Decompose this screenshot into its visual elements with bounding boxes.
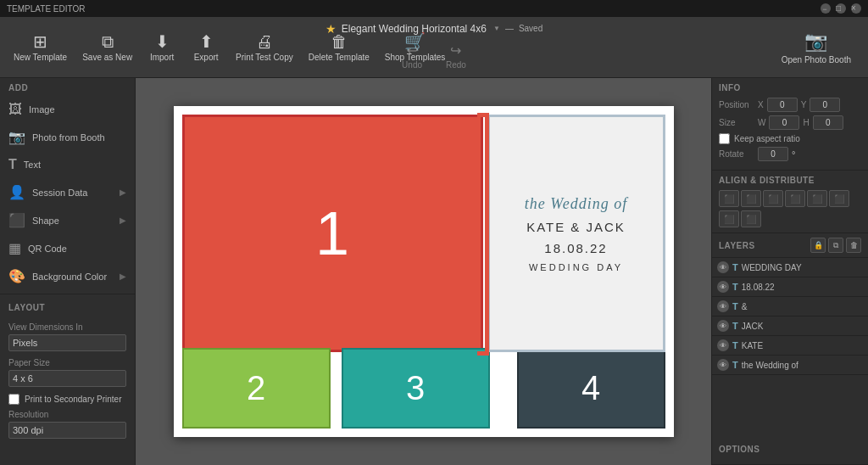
canvas-cell-2[interactable]: 2 xyxy=(182,348,331,429)
undo-redo-group: ↩ Undo ↪ Redo xyxy=(397,39,471,73)
cell-4-number: 4 xyxy=(581,369,600,407)
layer-jack[interactable]: 👁 T JACK xyxy=(712,317,868,336)
new-template-label: New Template xyxy=(14,53,67,62)
align-right-button[interactable]: ⬛ xyxy=(763,190,783,207)
left-panel: ADD 🖼 Image 📷 Photo from Booth T Text 👤 … xyxy=(0,78,136,465)
maximize-btn[interactable]: □ xyxy=(836,3,846,14)
x-input[interactable] xyxy=(767,98,798,112)
open-photo-booth-button[interactable]: 📷 Open Photo Booth xyxy=(771,25,861,70)
align-top-button[interactable]: ⬛ xyxy=(785,190,805,207)
undo-button[interactable]: ↩ Undo xyxy=(397,39,427,73)
canvas-cell-1[interactable]: 1 xyxy=(182,115,483,352)
rotate-input[interactable] xyxy=(758,147,788,161)
sidebar-item-image[interactable]: 🖼 Image xyxy=(0,96,135,123)
print-secondary-checkbox[interactable] xyxy=(8,394,19,405)
toolbar-center: ★ Elegant Wedding Horizontal 4x6 ▼ — Sav… xyxy=(326,22,543,73)
shape-label: Shape xyxy=(32,216,59,226)
new-template-icon: ⊞ xyxy=(33,33,47,50)
align-bottom-button[interactable]: ⬛ xyxy=(829,190,849,207)
close-btn[interactable]: × xyxy=(851,3,861,14)
image-label: Image xyxy=(29,104,55,115)
distribute-v-button[interactable]: ⬛ xyxy=(741,210,761,227)
paper-size-select[interactable]: 4 x 6 xyxy=(8,370,126,387)
layer-eye-wedding-day[interactable]: 👁 xyxy=(717,261,729,273)
options-header: OPTIONS xyxy=(719,445,861,454)
resolution-label: Resolution xyxy=(8,410,126,419)
background-color-label: Background Color xyxy=(32,272,107,282)
layer-name-jack: JACK xyxy=(742,322,863,331)
layer-delete-button[interactable]: 🗑 xyxy=(846,238,861,253)
layer-copy-button[interactable]: ⧉ xyxy=(828,238,843,253)
template-canvas[interactable]: 1 the Wedding of KATE & JACK 18.08.22 WE… xyxy=(174,106,674,437)
sidebar-item-background-color[interactable]: 🎨 Background Color ▶ xyxy=(0,262,135,290)
layer-date[interactable]: 👁 T 18.08.22 xyxy=(712,277,868,297)
minimize-btn[interactable]: － xyxy=(821,3,831,14)
x-label: X xyxy=(758,100,764,109)
layer-lock-button[interactable]: 🔒 xyxy=(810,238,826,253)
distribute-h-button[interactable]: ⬛ xyxy=(719,210,739,227)
redo-button[interactable]: ↪ Redo xyxy=(441,39,471,73)
layer-eye-kate[interactable]: 👁 xyxy=(717,339,729,351)
sidebar-item-qr-code[interactable]: ▦ QR Code xyxy=(0,234,135,262)
shape-arrow: ▶ xyxy=(120,216,126,225)
layer-name-ampersand: & xyxy=(742,302,863,311)
layers-title: LAYERS xyxy=(719,241,755,250)
canvas-area: 1 the Wedding of KATE & JACK 18.08.22 WE… xyxy=(136,78,711,465)
position-y-group: Y xyxy=(801,98,841,112)
new-template-button[interactable]: ⊞ New Template xyxy=(7,28,74,67)
export-icon: ⬆ xyxy=(199,33,214,50)
degree-symbol: ° xyxy=(792,149,795,160)
main-area: ADD 🖼 Image 📷 Photo from Booth T Text 👤 … xyxy=(0,78,868,465)
redo-icon: ↪ xyxy=(450,42,461,59)
sidebar-item-shape[interactable]: ⬛ Shape ▶ xyxy=(0,206,135,234)
wedding-text-line2: KATE & JACK xyxy=(526,220,626,234)
cell-2-number: 2 xyxy=(247,369,265,407)
print-test-copy-label: Print Test Copy xyxy=(236,53,293,62)
layers-controls: 🔒 ⧉ 🗑 xyxy=(810,238,861,253)
position-label: Position xyxy=(719,100,754,109)
keep-aspect-ratio-label: Keep aspect ratio xyxy=(734,134,800,143)
layer-eye-date[interactable]: 👁 xyxy=(717,281,729,293)
sidebar-item-text[interactable]: T Text xyxy=(0,151,135,178)
layer-eye-ampersand[interactable]: 👁 xyxy=(717,300,729,312)
align-center-v-button[interactable]: ⬛ xyxy=(807,190,827,207)
layer-kate[interactable]: 👁 T KATE xyxy=(712,336,868,356)
resolution-select[interactable]: 300 dpi xyxy=(8,422,126,439)
sidebar-item-session-data[interactable]: 👤 Session Data ▶ xyxy=(0,178,135,206)
sidebar-item-photo-from-booth[interactable]: 📷 Photo from Booth xyxy=(0,123,135,151)
template-title-text: Elegant Wedding Horizontal 4x6 xyxy=(342,23,487,35)
w-input[interactable] xyxy=(769,115,799,130)
canvas-cell-3[interactable]: 3 xyxy=(342,348,490,429)
keep-aspect-ratio-checkbox[interactable] xyxy=(719,133,730,144)
layer-wedding-day[interactable]: 👁 T WEDDING DAY xyxy=(712,258,868,277)
import-button[interactable]: ⬇ Import xyxy=(141,28,183,67)
title-dropdown-arrow[interactable]: ▼ xyxy=(493,25,500,32)
export-button[interactable]: ⬆ Export xyxy=(185,28,227,67)
print-secondary-row: Print to Secondary Printer xyxy=(8,394,126,405)
import-icon: ⬇ xyxy=(155,33,170,50)
window-controls[interactable]: － □ × xyxy=(821,3,861,14)
canvas-cell-4[interactable]: 4 xyxy=(517,348,665,429)
align-center-h-button[interactable]: ⬛ xyxy=(741,190,761,207)
cell-1-number: 1 xyxy=(315,199,349,268)
layer-eye-the-wedding-of[interactable]: 👁 xyxy=(717,359,729,371)
image-icon: 🖼 xyxy=(8,102,22,117)
save-as-new-button[interactable]: ⧉ Save as New xyxy=(75,28,139,67)
align-left-button[interactable]: ⬛ xyxy=(719,190,739,207)
template-title-bar: ★ Elegant Wedding Horizontal 4x6 ▼ — Sav… xyxy=(326,22,543,36)
saved-badge: — xyxy=(505,24,514,33)
layer-the-wedding-of[interactable]: 👁 T the Wedding of xyxy=(712,356,868,375)
y-input[interactable] xyxy=(810,98,840,112)
layer-eye-jack[interactable]: 👁 xyxy=(717,320,729,332)
view-dimensions-select[interactable]: Pixels xyxy=(8,334,126,351)
layer-type-icon-the-wedding-of: T xyxy=(732,360,738,370)
print-icon: 🖨 xyxy=(256,33,273,50)
h-input[interactable] xyxy=(813,115,843,130)
layer-ampersand[interactable]: 👁 T & xyxy=(712,297,868,317)
print-test-copy-button[interactable]: 🖨 Print Test Copy xyxy=(229,28,300,67)
view-dimensions-label: View Dimensions In xyxy=(8,322,126,332)
align-grid: ⬛ ⬛ ⬛ ⬛ ⬛ ⬛ xyxy=(719,190,861,207)
right-panel: INFO Position X Y Size W H xyxy=(711,78,868,465)
cell-3-number: 3 xyxy=(406,369,425,407)
saved-text: Saved xyxy=(519,24,542,33)
